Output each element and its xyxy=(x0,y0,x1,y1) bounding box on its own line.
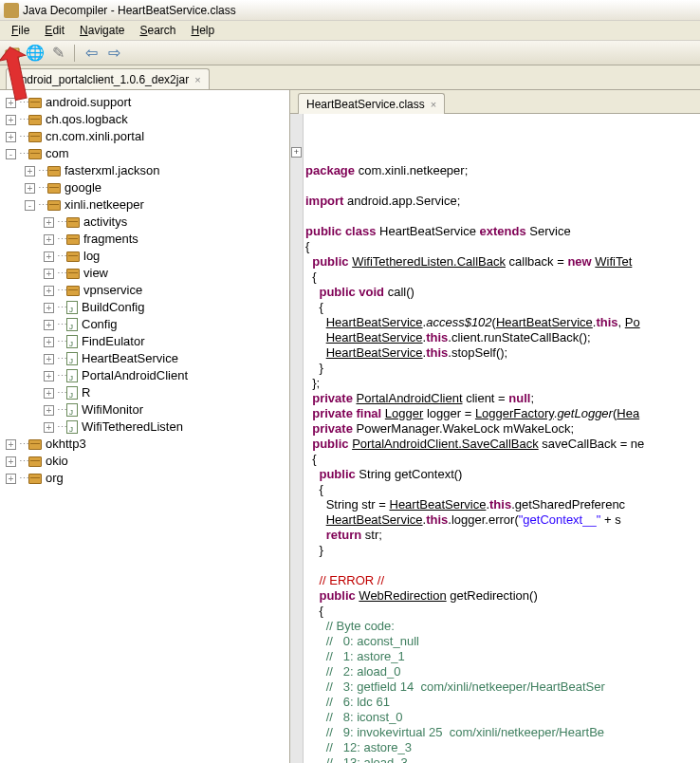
expand-icon[interactable]: + xyxy=(44,286,54,296)
tree-package[interactable]: +⋯vpnservice xyxy=(2,282,289,299)
tree-package[interactable]: -⋯com xyxy=(2,145,289,162)
tree-label: WifiMonitor xyxy=(82,401,143,419)
tree-label: com xyxy=(46,145,69,162)
tree-class[interactable]: +⋯WifiMonitor xyxy=(2,401,289,419)
editor-tab-label: HeartBeatService.class xyxy=(306,98,425,111)
wand-icon[interactable]: ✎ xyxy=(49,45,66,62)
tree-label: R xyxy=(82,384,90,401)
tree-label: fragments xyxy=(83,231,138,248)
app-icon xyxy=(4,3,19,18)
tree-package[interactable]: +⋯google xyxy=(2,179,289,196)
expand-icon[interactable]: + xyxy=(6,439,16,450)
tree-class[interactable]: +⋯HeartBeatService xyxy=(2,350,289,367)
expand-icon[interactable]: - xyxy=(6,149,16,159)
tree-class[interactable]: +⋯Config xyxy=(2,316,289,333)
forward-icon[interactable]: ⇨ xyxy=(105,45,122,62)
expand-icon[interactable]: + xyxy=(44,337,54,347)
tree-label: fasterxml.jackson xyxy=(64,162,159,179)
editor-tab-bar: HeartBeatService.class × xyxy=(290,90,700,114)
tree-label: cn.com.xinli.portal xyxy=(46,128,144,145)
globe-icon[interactable]: 🌐 xyxy=(27,45,44,62)
tree-package[interactable]: +⋯ch.qos.logback xyxy=(2,111,289,128)
expand-icon[interactable]: + xyxy=(6,474,16,484)
package-icon xyxy=(66,234,80,245)
package-icon xyxy=(28,132,42,142)
expand-icon[interactable]: + xyxy=(6,132,16,142)
gutter: + xyxy=(290,114,304,763)
tree-package[interactable]: +⋯android.support xyxy=(2,94,289,111)
class-icon xyxy=(66,420,78,434)
tree-package[interactable]: +⋯org xyxy=(2,470,289,487)
tree-package[interactable]: +⋯fasterxml.jackson xyxy=(2,162,289,179)
expand-icon[interactable]: + xyxy=(44,217,54,228)
expand-icon[interactable]: + xyxy=(25,166,35,177)
package-icon xyxy=(28,474,42,484)
open-icon[interactable] xyxy=(4,45,21,62)
expand-icon[interactable]: + xyxy=(6,115,16,125)
package-icon xyxy=(28,98,42,108)
expand-icon[interactable]: + xyxy=(44,320,54,330)
menu-help[interactable]: Help xyxy=(183,22,222,39)
class-icon xyxy=(66,403,78,417)
expand-icon[interactable]: + xyxy=(44,303,54,313)
class-icon xyxy=(66,352,78,365)
toolbar: 🌐 ✎ ⇦ ⇨ xyxy=(0,41,700,65)
tree-label: view xyxy=(83,265,108,282)
tree-package[interactable]: +⋯activitys xyxy=(2,214,289,231)
tree-label: BuildConfig xyxy=(82,299,145,316)
tree-package[interactable]: +⋯okio xyxy=(2,453,289,470)
class-icon xyxy=(66,335,78,348)
editor-tab[interactable]: HeartBeatService.class × xyxy=(298,93,445,114)
expand-icon[interactable]: + xyxy=(44,234,54,245)
expand-icon[interactable]: + xyxy=(44,405,54,416)
expand-icon[interactable]: + xyxy=(6,456,16,467)
class-icon xyxy=(66,318,78,331)
tree-label: Config xyxy=(82,316,118,333)
close-icon[interactable]: × xyxy=(431,99,436,110)
tree-label: xinli.netkeeper xyxy=(64,196,144,214)
package-icon xyxy=(28,439,42,450)
expand-icon[interactable]: + xyxy=(6,98,16,108)
menu-search[interactable]: Search xyxy=(132,22,183,39)
tree-package[interactable]: +⋯log xyxy=(2,248,289,265)
code-viewer[interactable]: + package com.xinli.netkeeper; import an… xyxy=(290,114,700,763)
tree-package[interactable]: +⋯fragments xyxy=(2,231,289,248)
tree-label: vpnservice xyxy=(83,282,142,299)
fold-icon[interactable]: + xyxy=(291,147,302,158)
tree-label: ch.qos.logback xyxy=(46,111,128,128)
menu-navigate[interactable]: Navigate xyxy=(72,22,132,39)
close-icon[interactable]: × xyxy=(194,74,200,85)
tree-class[interactable]: +⋯PortalAndroidClient xyxy=(2,367,289,384)
expand-icon[interactable]: - xyxy=(25,200,35,211)
back-icon[interactable]: ⇦ xyxy=(83,45,100,62)
tree-class[interactable]: +⋯WifiTetheredListen xyxy=(2,419,289,436)
nav-tab[interactable]: android_portalclient_1.0.6_dex2jar × xyxy=(6,68,210,89)
title-bar: Java Decompiler - HeartBeatService.class xyxy=(0,0,700,21)
expand-icon[interactable]: + xyxy=(44,388,54,399)
menu-edit[interactable]: Edit xyxy=(37,22,72,39)
expand-icon[interactable]: + xyxy=(44,251,54,262)
package-icon xyxy=(66,269,80,279)
tree-package[interactable]: +⋯cn.com.xinli.portal xyxy=(2,128,289,145)
tree-package[interactable]: -⋯xinli.netkeeper xyxy=(2,196,289,214)
tree-class[interactable]: +⋯FindEulator xyxy=(2,333,289,350)
tree-label: org xyxy=(46,470,64,487)
expand-icon[interactable]: + xyxy=(44,422,54,433)
expand-icon[interactable]: + xyxy=(44,354,54,364)
menu-file[interactable]: File xyxy=(4,22,37,39)
package-icon xyxy=(66,251,80,262)
class-icon xyxy=(66,386,78,400)
expand-icon[interactable]: + xyxy=(44,269,54,279)
expand-icon[interactable]: + xyxy=(25,183,35,194)
tree-class[interactable]: +⋯BuildConfig xyxy=(2,299,289,316)
tree-package[interactable]: +⋯okhttp3 xyxy=(2,436,289,453)
code-text: package com.xinli.netkeeper; import andr… xyxy=(305,163,700,763)
package-icon xyxy=(66,286,80,296)
tree-label: activitys xyxy=(83,214,127,231)
tree-class[interactable]: +⋯R xyxy=(2,384,289,401)
package-tree: +⋯android.support+⋯ch.qos.logback+⋯cn.co… xyxy=(0,90,290,763)
expand-icon[interactable]: + xyxy=(44,371,54,382)
tree-package[interactable]: +⋯view xyxy=(2,265,289,282)
package-icon xyxy=(47,183,61,194)
window-title: Java Decompiler - HeartBeatService.class xyxy=(23,4,236,17)
